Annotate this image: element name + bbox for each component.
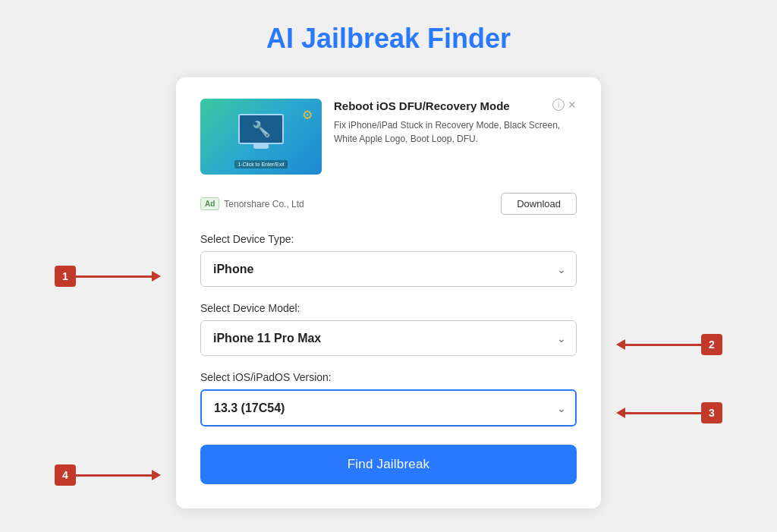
ios-version-label: Select iOS/iPadOS Version: bbox=[200, 371, 577, 383]
ad-badge: Ad bbox=[200, 197, 219, 210]
ad-footer: Ad Tenorshare Co., Ltd Download bbox=[200, 190, 577, 215]
arrow-head-4 bbox=[152, 470, 161, 480]
arrow-line-2 bbox=[625, 344, 701, 346]
annotation-badge-4: 4 bbox=[55, 464, 76, 486]
ad-text-block: i ✕ Reboot iOS DFU/Recovery Mode Fix iPh… bbox=[334, 99, 577, 146]
info-icon[interactable]: i bbox=[552, 99, 565, 111]
close-icon[interactable]: ✕ bbox=[568, 99, 577, 110]
card: 🔧 ⚙ 1-Click to Enter/Exit i ✕ Reboot iOS… bbox=[176, 77, 601, 508]
device-model-label: Select Device Model: bbox=[200, 302, 577, 314]
annotation-2: 2 bbox=[616, 334, 722, 355]
annotation-badge-3: 3 bbox=[701, 402, 722, 423]
annotation-3: 3 bbox=[616, 402, 722, 423]
arrow-head-1 bbox=[152, 271, 161, 282]
annotation-1: 1 bbox=[55, 266, 161, 287]
annotation-badge-2: 2 bbox=[701, 334, 722, 355]
ad-company: Tenorshare Co., Ltd bbox=[224, 199, 304, 209]
main-container: 1 2 3 4 🔧 ⚙ bbox=[176, 77, 601, 508]
device-model-wrapper: iPhone 11 Pro Max iPhone 11 Pro iPhone 1… bbox=[200, 320, 577, 356]
page-title: AI Jailbreak Finder bbox=[266, 23, 511, 55]
ad-image: 🔧 ⚙ 1-Click to Enter/Exit bbox=[200, 99, 322, 175]
arrow-head-2 bbox=[616, 339, 625, 350]
ad-label-group: Ad Tenorshare Co., Ltd bbox=[200, 197, 304, 210]
device-model-select[interactable]: iPhone 11 Pro Max iPhone 11 Pro iPhone 1… bbox=[200, 320, 577, 356]
ad-title: Reboot iOS DFU/Recovery Mode bbox=[334, 99, 546, 114]
annotation-badge-1: 1 bbox=[55, 266, 76, 287]
gear-icon: ⚙ bbox=[302, 108, 313, 122]
arrow-line-3 bbox=[625, 412, 701, 414]
ad-close-info: i ✕ bbox=[552, 99, 577, 111]
device-type-label: Select Device Type: bbox=[200, 233, 577, 245]
device-type-select[interactable]: iPhone iPad iPod Touch bbox=[200, 251, 577, 287]
arrow-head-3 bbox=[616, 408, 625, 418]
ios-version-wrapper: 13.3 (17C54) 13.2.3 (17B111) 13.2.2 (17B… bbox=[200, 389, 577, 427]
device-type-wrapper: iPhone iPad iPod Touch ⌄ bbox=[200, 251, 577, 287]
annotation-4: 4 bbox=[55, 464, 161, 486]
download-button[interactable]: Download bbox=[501, 193, 577, 215]
ios-version-select[interactable]: 13.3 (17C54) 13.2.3 (17B111) 13.2.2 (17B… bbox=[200, 389, 577, 427]
arrow-line-1 bbox=[76, 275, 152, 278]
ad-banner: 🔧 ⚙ 1-Click to Enter/Exit i ✕ Reboot iOS… bbox=[200, 99, 577, 175]
ad-description: Fix iPhone/iPad Stuck in Recovery Mode, … bbox=[334, 118, 577, 146]
ad-image-label: 1-Click to Enter/Exit bbox=[234, 160, 287, 168]
arrow-line-4 bbox=[76, 474, 152, 477]
find-jailbreak-button[interactable]: Find Jailbreak bbox=[200, 445, 577, 484]
